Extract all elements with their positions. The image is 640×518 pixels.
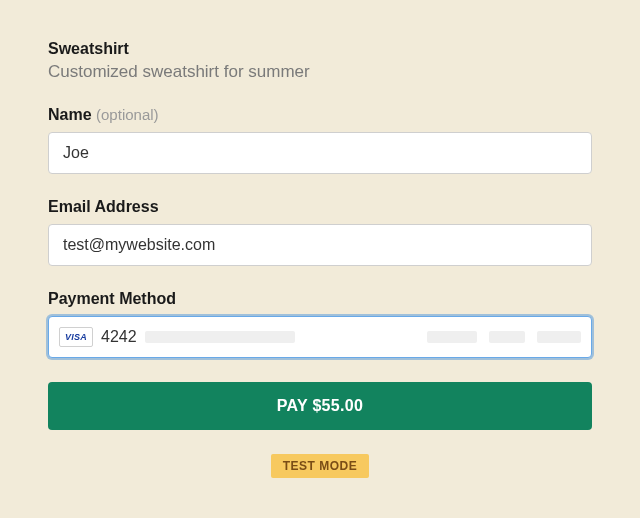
card-number-visible: 4242 bbox=[101, 328, 137, 346]
card-mask-expiry bbox=[427, 331, 477, 343]
card-masked-area bbox=[145, 331, 581, 343]
card-input[interactable]: VISA 4242 bbox=[48, 316, 592, 358]
payment-field-group: Payment Method VISA 4242 bbox=[48, 290, 592, 358]
product-description: Customized sweatshirt for summer bbox=[48, 62, 592, 82]
visa-icon: VISA bbox=[59, 327, 93, 347]
name-label-text: Name bbox=[48, 106, 92, 123]
pay-button[interactable]: PAY $55.00 bbox=[48, 382, 592, 430]
name-input[interactable] bbox=[48, 132, 592, 174]
email-input[interactable] bbox=[48, 224, 592, 266]
name-field-group: Name (optional) bbox=[48, 106, 592, 174]
card-mask-zip bbox=[537, 331, 581, 343]
card-mask-cvc bbox=[489, 331, 525, 343]
name-label: Name (optional) bbox=[48, 106, 592, 124]
name-optional-hint: (optional) bbox=[96, 106, 159, 123]
email-label: Email Address bbox=[48, 198, 592, 216]
test-mode-badge: TEST MODE bbox=[271, 454, 370, 478]
card-mask-number bbox=[145, 331, 295, 343]
payment-method-label: Payment Method bbox=[48, 290, 592, 308]
product-title: Sweatshirt bbox=[48, 40, 592, 58]
email-field-group: Email Address bbox=[48, 198, 592, 266]
